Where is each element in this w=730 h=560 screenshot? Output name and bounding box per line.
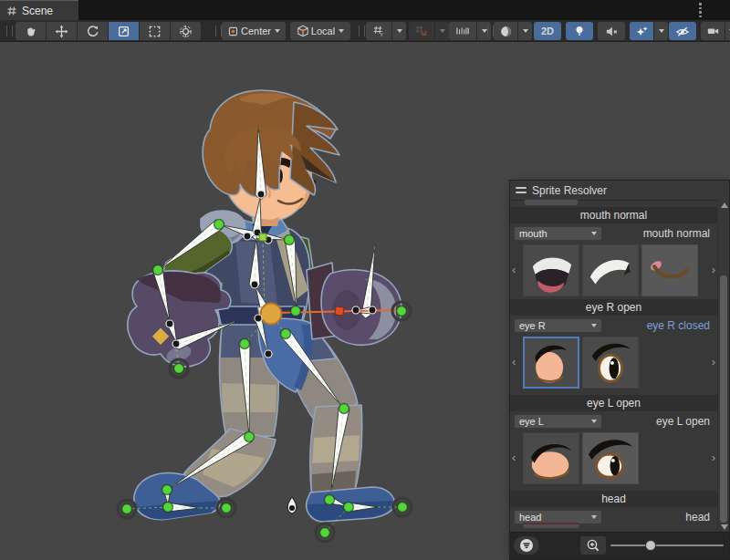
selected-label: head — [685, 511, 710, 524]
bone-joint[interactable] — [325, 495, 335, 505]
snap-button[interactable] — [409, 22, 434, 40]
zoom-button[interactable] — [580, 536, 606, 555]
slider-thumb[interactable] — [645, 540, 656, 551]
bone-joint[interactable] — [291, 306, 301, 316]
ik-ring-joint[interactable] — [174, 364, 184, 374]
chevron-down-icon — [275, 29, 280, 33]
draw-mode-arrow[interactable] — [518, 22, 532, 40]
magnifier-plus-icon — [586, 538, 600, 553]
panel-header[interactable]: Sprite Resolver — [510, 181, 729, 201]
category-dropdown[interactable]: eye L — [514, 414, 602, 429]
effects-toggle-button[interactable] — [630, 22, 653, 40]
chevron-down-icon — [591, 420, 597, 423]
bone-joint[interactable] — [172, 340, 180, 347]
lighting-toggle-button[interactable] — [566, 22, 593, 40]
move-tool-button[interactable] — [47, 22, 77, 40]
orientation-dropdown[interactable]: Local — [290, 22, 350, 40]
ik-ring-joint[interactable] — [320, 528, 330, 538]
drag-handle[interactable] — [215, 26, 222, 36]
ik-target-square[interactable] — [335, 306, 344, 316]
thumbnail-eye-l-closed[interactable] — [523, 432, 579, 484]
pelvis-root-joint[interactable] — [261, 304, 282, 325]
thumbnail-mouth-closed[interactable] — [582, 244, 639, 296]
next-arrow[interactable]: › — [712, 451, 715, 464]
category-dropdown[interactable]: eye R — [514, 318, 602, 333]
selected-joint-square[interactable] — [259, 233, 266, 241]
next-arrow[interactable]: › — [712, 355, 715, 368]
effects-arrow[interactable] — [654, 22, 668, 40]
ik-ring-joint[interactable] — [122, 504, 132, 514]
2d-toggle-button[interactable]: 2D — [534, 22, 561, 40]
move-icon — [55, 25, 68, 38]
ik-ring-joint[interactable] — [398, 503, 408, 513]
thumbnail-eye-l-open[interactable] — [582, 432, 639, 484]
scale-tool-button[interactable] — [109, 22, 139, 40]
ruler-icon — [455, 25, 470, 37]
grid-settings-arrow[interactable] — [392, 22, 406, 40]
ik-ring-joint[interactable] — [222, 503, 232, 513]
bone-joint[interactable] — [166, 320, 173, 327]
prev-arrow[interactable]: ‹ — [512, 355, 516, 368]
bone-joint[interactable] — [281, 329, 291, 339]
section-header: eye L open — [510, 395, 717, 411]
thumbnail-mouth-smile[interactable] — [641, 244, 698, 296]
scene-visibility-button[interactable] — [669, 22, 696, 40]
scrollbar-thumb[interactable] — [720, 275, 727, 523]
bone-joint[interactable] — [352, 306, 360, 314]
hand-icon — [24, 25, 37, 38]
drag-handle[interactable] — [6, 26, 13, 36]
bone-joint[interactable] — [285, 235, 295, 245]
thumbnail-eye-r-closed[interactable] — [523, 337, 579, 389]
audio-toggle-button[interactable] — [598, 22, 625, 40]
category-dropdown[interactable]: mouth — [514, 226, 602, 241]
prev-arrow[interactable]: ‹ — [512, 451, 516, 464]
rotate-tool-button[interactable] — [78, 22, 108, 40]
draw-mode-button[interactable] — [494, 22, 517, 40]
hand-tool-button[interactable] — [16, 22, 46, 40]
thumbnail-zoom-slider[interactable] — [610, 544, 724, 546]
kebab-menu-icon[interactable] — [694, 3, 706, 17]
thumbnail-head-clipped[interactable] — [523, 523, 579, 528]
bone-joint[interactable] — [214, 220, 224, 230]
rect-tool-button[interactable] — [140, 22, 170, 40]
transform-tool-button[interactable] — [171, 22, 201, 40]
bone-joint[interactable] — [255, 315, 262, 322]
vertical-scrollbar[interactable] — [717, 200, 729, 533]
resolver-section-mouth: mouth normal mouth mouth normal ‹ — [510, 207, 717, 297]
grid-visibility-button[interactable]: Y — [366, 22, 391, 40]
bone-joint[interactable] — [369, 306, 376, 314]
bone-joint[interactable] — [153, 265, 163, 275]
resolver-section-eye-l: eye L open eye L eye L open ‹ — [510, 395, 717, 485]
resolver-section-eye-r: eye R open eye R eye R closed ‹ — [510, 299, 717, 389]
eye-hidden-icon — [675, 25, 690, 38]
next-arrow[interactable]: › — [712, 263, 715, 276]
bone-joint[interactable] — [240, 339, 250, 349]
bone-joint[interactable] — [339, 404, 349, 414]
bone-joint[interactable] — [257, 191, 265, 198]
filter-button[interactable] — [514, 536, 539, 555]
effects-group — [630, 22, 668, 40]
scroll-up-arrow[interactable] — [721, 202, 728, 208]
thumbnail-mouth-open[interactable] — [523, 244, 579, 296]
tab-scene[interactable]: Scene — [0, 0, 78, 20]
camera-arrow[interactable] — [725, 22, 730, 40]
bone-joint[interactable] — [265, 350, 272, 358]
thumbnail-eye-r-open[interactable] — [582, 337, 639, 389]
snap-settings-arrow[interactable] — [435, 22, 449, 40]
ik-ring-joint[interactable] — [397, 306, 407, 316]
drag-handle[interactable] — [359, 26, 365, 36]
bone-joint[interactable] — [251, 281, 258, 288]
camera-button[interactable] — [701, 22, 725, 40]
bone-joint[interactable] — [244, 233, 251, 240]
prev-arrow[interactable]: ‹ — [512, 263, 516, 276]
bone-joint[interactable] — [162, 485, 172, 495]
snap-increment-button[interactable] — [449, 22, 476, 40]
drag-handle[interactable] — [487, 26, 494, 36]
bone-joint[interactable] — [163, 503, 173, 513]
selected-label-link[interactable]: eye R closed — [647, 319, 710, 332]
bone-joint[interactable] — [245, 432, 255, 442]
chevron-down-icon — [339, 29, 344, 33]
bone-joint[interactable] — [344, 503, 354, 513]
pivot-mode-dropdown[interactable]: Center — [222, 22, 286, 40]
scroll-down-arrow[interactable] — [721, 524, 728, 530]
